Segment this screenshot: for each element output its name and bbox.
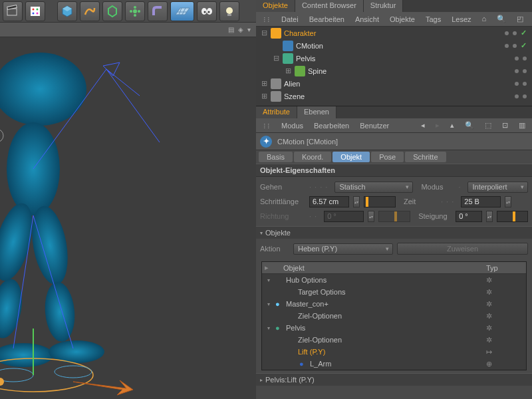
dropdown-aktion[interactable]: Heben (P.Y) [293,243,393,255]
attribute-tabs: Attribute Ebenen [256,106,532,118]
light-icon[interactable] [219,1,239,21]
tree-row[interactable]: ⊟ Pelvis [256,52,532,65]
expand-icon[interactable]: ◰ [513,15,527,23]
cloner-icon[interactable] [125,1,145,21]
slider-steigung[interactable] [497,211,528,222]
label-gehen: Gehen [260,183,305,191]
table-row[interactable]: ▾● Master_con+ ✲ [262,298,526,310]
viewport-opt-icon[interactable]: ▾ [247,26,251,33]
menu-tags[interactable]: Tags [422,15,445,23]
table-row[interactable]: ▾● Pelvis ✲ [262,322,526,334]
subtab-koord[interactable]: Koord. [294,152,331,162]
lock-icon[interactable]: ⬚ [481,121,495,130]
expand-icon[interactable]: ⊟ [272,54,280,63]
tree-row[interactable]: ⊞ Alien [256,77,532,90]
table-row[interactable]: Target Options ✲ [262,286,526,298]
svg-point-36 [55,366,92,378]
tab-attribute[interactable]: Attribute [256,106,297,118]
menu-datei[interactable]: Datei [277,15,303,23]
expand-icon[interactable]: ⊟ [260,29,268,37]
menu-benutzer[interactable]: Benutzer [356,122,393,130]
spline-icon[interactable] [80,1,100,21]
menu-lesez[interactable]: Lesez [448,15,475,23]
input-steigung[interactable] [456,211,482,222]
subtab-objekt[interactable]: Objekt [332,152,370,162]
table-row[interactable]: ▾ Hub Options ✲ [262,274,526,286]
svg-point-3 [33,8,35,10]
svg-point-4 [37,8,39,10]
row-type-icon: ✲ [486,300,526,309]
joint-icon: ● [275,300,285,308]
svg-line-29 [106,69,160,142]
expand-icon[interactable]: ▾ [267,325,274,331]
tab-struktur[interactable]: Struktur [364,0,404,12]
spinner-steigung[interactable]: ▴▾ [486,211,493,222]
subtab-pose[interactable]: Pose [371,152,404,162]
row-type-icon: ✲ [486,324,526,332]
tab-objekte[interactable]: Objekte [256,0,295,12]
dropdown-gehen[interactable]: Statisch [334,182,413,193]
deformer-icon[interactable] [102,1,122,21]
section-pelvis-lift[interactable]: ▸Pelvis:Lift (P.Y) [256,373,532,386]
svg-point-37 [0,378,4,386]
cube-icon[interactable] [57,1,77,21]
script-icon[interactable] [25,1,45,21]
subtab-schritte[interactable]: Schritte [405,152,446,162]
expand-icon[interactable]: ⊞ [284,66,292,75]
table-row[interactable]: Lift (P.Y) ↦ [262,346,526,358]
svg-point-18 [208,11,210,13]
subtab-basis[interactable]: Basis [259,152,293,162]
viewport-opt-icon[interactable]: ◈ [238,26,243,33]
table-row[interactable]: Ziel-Optionen ✲ [262,310,526,322]
expand-icon[interactable]: ⊞ [260,79,268,88]
menu-bearbeiten[interactable]: Bearbeiten [305,15,348,23]
section-objekte[interactable]: ▾Objekte [256,226,532,239]
link-icon[interactable]: ⊡ [498,121,512,130]
tree-label: Szene [284,92,337,100]
tab-content-browser[interactable]: Content Browser [295,0,364,12]
menu-objekte[interactable]: Objekte [386,15,419,23]
row-label: Lift (P.Y) [298,348,486,356]
spinner-schritt[interactable]: ▴▾ [353,196,360,207]
expand-icon[interactable]: ▾ [267,277,274,283]
char-icon [271,28,281,39]
slider-schritt[interactable] [364,196,396,207]
input-zeit[interactable] [461,196,501,207]
fwd-icon[interactable]: ▸ [432,121,444,130]
menu-modus[interactable]: Modus [277,122,307,130]
table-row[interactable]: ● L_Arm ⊕ [262,358,526,370]
viewport-opt-icon[interactable]: ▤ [228,26,234,33]
menu-ansicht[interactable]: Ansicht [351,15,383,23]
tree-row[interactable]: ⊞ Szene [256,90,532,102]
viewport[interactable]: ▤ ◈ ▾ 0 [0,23,256,399]
up-icon[interactable]: ▴ [446,121,458,130]
home-icon[interactable]: ⌂ [478,15,491,23]
tree-row[interactable]: ⊟ Charakter ✓ [256,27,532,39]
tree-row[interactable]: ⊞ Spine [256,65,532,77]
button-zuweisen[interactable]: Zuweisen [397,243,528,255]
expand-icon[interactable]: ⊞ [260,92,268,100]
object-tree[interactable]: ⊟ Charakter ✓ CMotion ✓⊟ Pelvis ⊞ Spine … [256,27,532,106]
search-icon[interactable]: 🔍 [461,121,478,130]
menu-bearbeiten2[interactable]: Bearbeiten [310,122,353,130]
back-icon[interactable]: ◂ [417,121,429,130]
dropdown-modus[interactable]: Interpoliert [467,182,528,193]
eyes-icon[interactable] [197,1,217,21]
tab-ebenen[interactable]: Ebenen [297,106,336,118]
svg-point-39 [0,129,3,142]
objects-table[interactable]: ▸ Objekt Typ ▾ Hub Options ✲ Target Opti… [261,261,527,370]
table-row[interactable]: Ziel-Optionen ✲ [262,334,526,346]
tree-label: Alien [284,80,337,88]
table-header: ▸ Objekt Typ [262,262,526,274]
label-schrittlaenge: Schrittlänge [260,198,305,205]
expand-icon[interactable]: ▾ [267,301,274,307]
input-schrittlaenge[interactable] [309,196,349,207]
search-icon[interactable]: 🔍 [493,15,510,23]
right-panel: Objekte Content Browser Struktur ⫶⫶ Date… [256,0,532,399]
director-icon[interactable] [3,1,23,21]
spinner-zeit[interactable]: ▴▾ [505,196,511,207]
dock-icon[interactable]: ▥ [515,121,529,130]
floor-icon[interactable] [170,1,194,21]
bevel-icon[interactable] [148,1,168,21]
tree-row[interactable]: CMotion ✓ [256,39,532,52]
